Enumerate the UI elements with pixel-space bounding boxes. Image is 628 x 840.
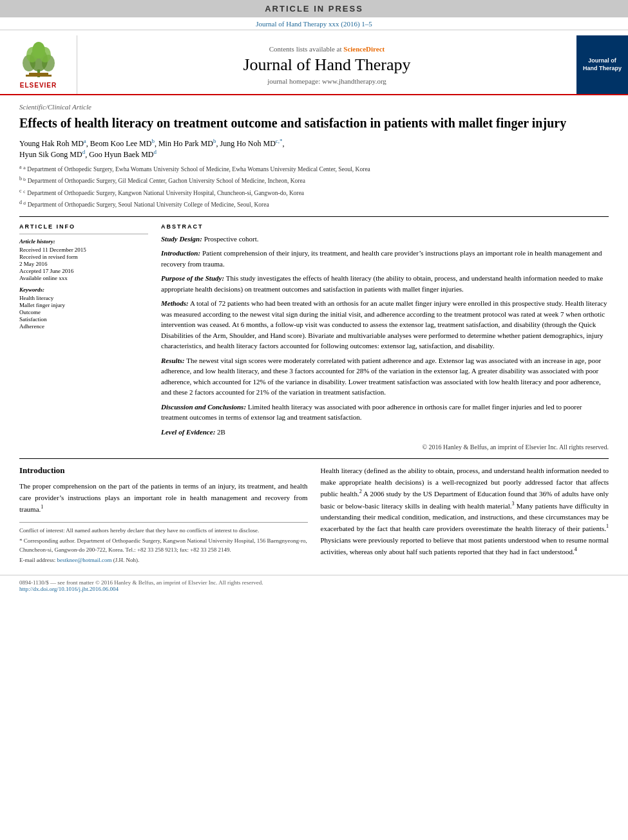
journal-citation: Journal of Hand Therapy xxx (2016) 1–5 — [256, 20, 372, 28]
abstract-results: Results: The newest vital sign scores we… — [161, 355, 609, 398]
keyword-4: Satisfaction — [19, 316, 148, 322]
conflict-of-interest: Conflict of interest: All named authors … — [19, 527, 308, 536]
level-label: Level of Evidence: — [161, 428, 215, 436]
intro-right-col: Health literacy (defined as the ability … — [321, 465, 609, 566]
intro-right-ref4: 4 — [575, 546, 577, 552]
aip-banner: ARTICLE IN PRESS — [0, 0, 628, 17]
intro-right-ref2: 3 — [512, 501, 515, 507]
intro-body-left: The proper comprehension on the part of … — [19, 481, 308, 515]
study-design-label: Study Design: — [161, 235, 202, 243]
email-footnote: E-mail address: bestknee@hotmail.com (J.… — [19, 556, 308, 565]
affiliation-b: b ᵇ Department of Orthopaedic Surgery, G… — [19, 175, 609, 185]
banner-text: ARTICLE IN PRESS — [265, 4, 363, 14]
intro-left-p1-text: The proper comprehension on the part of … — [19, 482, 308, 513]
svg-rect-7 — [29, 73, 48, 75]
intro-text: Patient comprehension of their injury, i… — [161, 249, 602, 268]
corresponding-author: * Corresponding author. Department of Or… — [19, 537, 308, 554]
methods-label: Methods: — [161, 299, 189, 307]
intro-two-col: Introduction The proper comprehension on… — [19, 465, 609, 566]
svg-point-6 — [32, 42, 45, 59]
intro-ref-1: 1 — [41, 504, 43, 510]
intro-para-1: The proper comprehension on the part of … — [19, 481, 308, 515]
abstract-level: Level of Evidence: 2B — [161, 427, 609, 438]
article-info-abstract-section: ARTICLE INFO Article history: Received 1… — [19, 216, 609, 453]
article-title: Effects of health literacy on treatment … — [19, 115, 609, 131]
keyword-1: Health literacy — [19, 295, 148, 301]
level-value: 2B — [217, 428, 225, 436]
study-design-text: Prospective cohort. — [204, 235, 259, 243]
abstract-intro: Introduction: Patient comprehension of t… — [161, 248, 609, 269]
authors: Young Hak Roh MDa, Beom Koo Lee MDb, Min… — [19, 138, 609, 160]
article-info-box: Article history: Received 11 December 20… — [19, 234, 148, 281]
intro-right-para-1: Health literacy (defined as the ability … — [321, 465, 609, 557]
accepted-date: Accepted 17 June 2016 — [19, 268, 148, 274]
elsevier-tree-icon — [16, 41, 61, 79]
sciencedirect-line: Contents lists available at ScienceDirec… — [269, 45, 385, 53]
abstract-header: ABSTRACT — [161, 223, 609, 230]
article-info-column: ARTICLE INFO Article history: Received 1… — [19, 223, 148, 453]
keyword-5: Adherence — [19, 323, 148, 330]
purpose-text: This study investigates the effects of h… — [161, 274, 603, 293]
results-text: The newest vital sign scores were modera… — [161, 357, 601, 397]
journal-homepage: journal homepage: www.jhandtherapy.org — [267, 77, 386, 85]
intro-right-ref3: 1 — [606, 523, 609, 529]
intro-left-col: Introduction The proper comprehension on… — [19, 465, 308, 566]
jht-logo-box: Journal ofHand Therapy — [576, 35, 628, 94]
available-online: Available online xxx — [19, 275, 148, 281]
elsevier-brand: ELSEVIER — [20, 82, 57, 89]
abstract-column: ABSTRACT Study Design: Prospective cohor… — [161, 223, 609, 453]
received-date: Received 11 December 2015 — [19, 247, 148, 253]
affiliation-a: a ᵃ Department of Orthopedic Surgery, Ew… — [19, 163, 609, 174]
svg-rect-8 — [26, 75, 52, 77]
affiliation-c: c ᶜ Department of Orthopaedic Surgery, K… — [19, 187, 609, 198]
elsevier-logo: ELSEVIER — [0, 35, 77, 94]
abstract-discussion: Discussion and Conclusions: Limited heal… — [161, 402, 609, 423]
history-label: Article history: — [19, 238, 148, 245]
abstract-content: Study Design: Prospective cohort. Introd… — [161, 234, 609, 453]
intro-title: Introduction — [19, 465, 308, 476]
article-info-header: ARTICLE INFO — [19, 223, 148, 230]
keywords-section: Keywords: Health literacy Mallet finger … — [19, 286, 148, 330]
footnotes: Conflict of interest: All named authors … — [19, 522, 308, 565]
keywords-label: Keywords: — [19, 286, 148, 293]
intro-right-ref1: 2 — [359, 489, 362, 494]
results-label: Results: — [161, 357, 185, 364]
revised-label: Received in revised form — [19, 254, 148, 260]
keyword-3: Outcome — [19, 309, 148, 315]
abstract-purpose: Purpose of the Study: This study investi… — [161, 273, 609, 294]
issn-notice: 0894-1130/$ — see front matter © 2016 Ha… — [19, 579, 609, 586]
journal-link-bar: Journal of Hand Therapy xxx (2016) 1–5 — [0, 17, 628, 30]
keyword-2: Mallet finger injury — [19, 302, 148, 308]
intro-label: Introduction: — [161, 249, 200, 257]
intro-body-right: Health literacy (defined as the ability … — [321, 465, 609, 557]
sciencedirect-link[interactable]: ScienceDirect — [343, 45, 385, 53]
jht-logo-text: Journal ofHand Therapy — [583, 57, 622, 72]
page: ARTICLE IN PRESS Journal of Hand Therapy… — [0, 0, 628, 840]
purpose-label: Purpose of the Study: — [161, 274, 224, 282]
methods-text: A total of 72 patients who had been trea… — [161, 299, 607, 350]
header-area: ELSEVIER Contents lists available at Sci… — [0, 30, 628, 95]
sciencedirect-label: Contents lists available at — [269, 45, 342, 53]
revised-date: 2 May 2016 — [19, 261, 148, 267]
article-type: Scientific/Clinical Article — [19, 103, 609, 111]
email-label: E-mail address: — [19, 557, 55, 563]
header-center: Contents lists available at ScienceDirec… — [77, 35, 576, 94]
abstract-study-design: Study Design: Prospective cohort. — [161, 234, 609, 245]
intro-right-p4: Physicians were previously reported to b… — [321, 536, 609, 555]
email-note: (J.H. Noh). — [113, 557, 140, 563]
journal-title: Journal of Hand Therapy — [243, 55, 410, 75]
bottom-bar: 0894-1130/$ — see front matter © 2016 Ha… — [0, 575, 628, 596]
affiliations: a ᵃ Department of Orthopedic Surgery, Ew… — [19, 163, 609, 210]
abstract-methods: Methods: A total of 72 patients who had … — [161, 298, 609, 351]
introduction-section: Introduction The proper comprehension on… — [19, 458, 609, 566]
discussion-label: Discussion and Conclusions: — [161, 403, 246, 411]
copyright: © 2016 Hanley & Belfus, an imprint of El… — [161, 442, 609, 452]
article-content: Scientific/Clinical Article Effects of h… — [0, 95, 628, 575]
affiliation-d: d ᵈ Department of Orthopaedic Surgery, S… — [19, 199, 609, 209]
email-address[interactable]: bestknee@hotmail.com — [57, 557, 111, 563]
doi-link[interactable]: http://dx.doi.org/10.1016/j.jht.2016.06.… — [19, 586, 609, 592]
